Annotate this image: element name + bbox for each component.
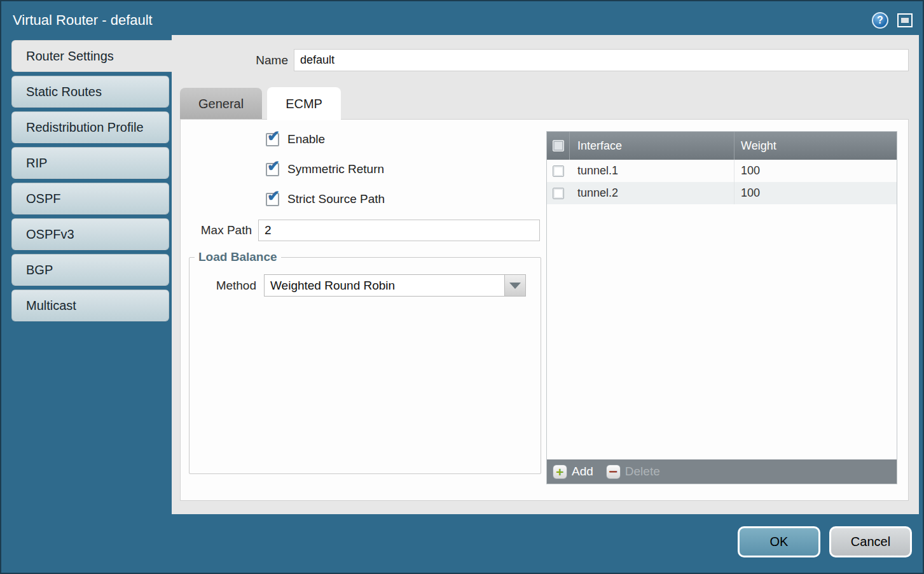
header-checkbox-cell — [547, 132, 570, 160]
delete-button[interactable]: − Delete — [606, 465, 660, 479]
interface-cell: tunnel.2 — [570, 182, 734, 204]
check-icon: ✔ — [267, 188, 280, 204]
ok-button[interactable]: OK — [738, 526, 820, 557]
enable-checkbox-row: ✔ Enable — [266, 132, 325, 146]
ecmp-panel: ✔ Enable ✔ Symmetric Return ✔ Strict Sou… — [180, 119, 909, 501]
restore-window-icon[interactable] — [897, 13, 913, 27]
sidebar-item-multicast[interactable]: Multicast — [11, 290, 169, 321]
interface-cell: tunnel.1 — [570, 160, 734, 182]
add-button[interactable]: + Add — [553, 465, 593, 479]
sidebar-item-redistribution-profile[interactable]: Redistribution Profile — [11, 111, 169, 143]
sidebar-item-bgp[interactable]: BGP — [11, 254, 169, 286]
restore-window-icon-inner — [901, 18, 909, 23]
method-label: Method — [190, 279, 264, 293]
virtual-router-dialog: Virtual Router - default ? Router Settin… — [0, 0, 924, 574]
dialog-title: Virtual Router - default — [13, 12, 153, 29]
max-path-row: Max Path — [181, 220, 540, 241]
row-checkbox[interactable] — [553, 165, 564, 177]
name-input[interactable] — [294, 49, 909, 71]
chevron-down-icon — [509, 283, 521, 289]
main-area: Name General ECMP ✔ Enable ✔ — [172, 35, 919, 514]
cancel-button[interactable]: Cancel — [829, 526, 912, 557]
load-balance-fieldset: Load Balance Method Weighted Round Robin — [189, 250, 541, 474]
name-label: Name — [172, 53, 294, 67]
method-dropdown[interactable]: Weighted Round Robin — [264, 274, 526, 297]
weight-cell: 100 — [734, 182, 897, 204]
symmetric-return-checkbox[interactable]: ✔ — [266, 163, 279, 176]
content-row: Router Settings Static Routes Redistribu… — [5, 35, 919, 514]
strict-source-path-checkbox-row: ✔ Strict Source Path — [266, 192, 385, 206]
sidebar-item-rip[interactable]: RIP — [11, 147, 169, 179]
enable-checkbox[interactable]: ✔ — [266, 133, 279, 146]
dialog-footer: OK Cancel — [5, 514, 919, 569]
weight-cell: 100 — [734, 160, 897, 182]
weight-column-header: Weight — [734, 132, 897, 160]
load-balance-legend: Load Balance — [195, 250, 281, 264]
sidebar-item-router-settings[interactable]: Router Settings — [11, 40, 172, 72]
check-icon: ✔ — [267, 129, 280, 144]
table-row[interactable]: tunnel.1 100 — [547, 160, 897, 182]
row-checkbox[interactable] — [553, 188, 564, 199]
interface-column-header: Interface — [570, 132, 734, 160]
method-dropdown-value: Weighted Round Robin — [265, 275, 504, 296]
tab-ecmp[interactable]: ECMP — [267, 87, 341, 120]
row-checkbox-cell — [547, 160, 570, 182]
add-button-label: Add — [572, 465, 593, 479]
max-path-input[interactable] — [258, 220, 540, 241]
table-row[interactable]: tunnel.2 100 — [547, 182, 897, 204]
method-row: Method Weighted Round Robin — [190, 274, 541, 297]
check-icon: ✔ — [267, 158, 280, 174]
help-icon[interactable]: ? — [872, 12, 888, 29]
table-footer-bar: + Add − Delete — [547, 459, 897, 484]
tab-general[interactable]: General — [180, 88, 262, 120]
sidebar-item-static-routes[interactable]: Static Routes — [11, 76, 169, 108]
strict-source-path-checkbox[interactable]: ✔ — [266, 193, 279, 206]
table-header-row: Interface Weight — [547, 132, 897, 160]
sidebar-item-ospfv3[interactable]: OSPFv3 — [11, 218, 169, 250]
sidebar: Router Settings Static Routes Redistribu… — [5, 35, 172, 514]
name-row: Name — [172, 49, 909, 71]
strict-source-path-label: Strict Source Path — [287, 192, 385, 206]
symmetric-return-checkbox-row: ✔ Symmetric Return — [266, 162, 384, 176]
minus-icon: − — [606, 465, 621, 479]
table-empty-area — [547, 204, 897, 459]
max-path-label: Max Path — [181, 223, 258, 237]
sub-tabstrip: General ECMP — [180, 87, 346, 120]
enable-label: Enable — [287, 132, 325, 146]
interface-table: Interface Weight tunnel.1 100 — [546, 131, 897, 484]
symmetric-return-label: Symmetric Return — [287, 162, 384, 176]
delete-button-label: Delete — [625, 465, 660, 479]
plus-icon: + — [553, 465, 567, 479]
method-dropdown-button[interactable] — [504, 275, 525, 296]
titlebar: Virtual Router - default ? — [5, 5, 919, 35]
sidebar-item-ospf[interactable]: OSPF — [11, 183, 169, 214]
row-checkbox-cell — [547, 182, 570, 204]
select-all-checkbox[interactable] — [553, 140, 564, 151]
